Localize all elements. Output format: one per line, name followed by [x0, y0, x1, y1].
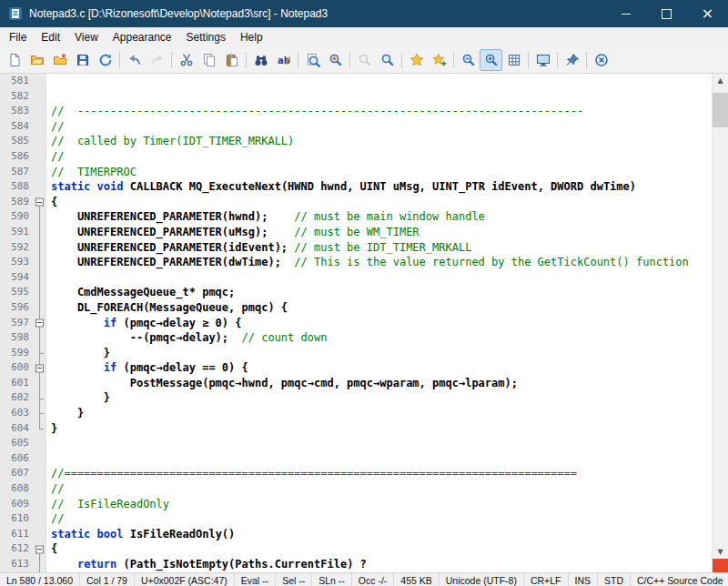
code-text[interactable]: return (Path_IsNotEmpty(Paths.CurrentFil… — [46, 557, 712, 572]
redo-button[interactable] — [146, 49, 168, 71]
fold-collapse-icon[interactable] — [35, 545, 44, 553]
line-number: 610 — [0, 511, 34, 527]
fold-collapse-icon[interactable] — [35, 198, 44, 207]
status-zoom-mode[interactable]: STD — [598, 573, 631, 586]
line-number: 606 — [0, 451, 34, 467]
code-text[interactable]: } — [46, 390, 712, 406]
code-text[interactable]: UNREFERENCED_PARAMETER(dwTime); // This … — [46, 255, 712, 270]
star-icon — [410, 53, 424, 67]
menu-appearance[interactable]: Appearance — [106, 28, 179, 46]
replace-button[interactable] — [272, 49, 295, 71]
find-in-files-button[interactable] — [301, 49, 324, 71]
code-text[interactable]: PostMessage(pmqc→hwnd, pmqc→cmd, pmqc→wp… — [46, 376, 712, 391]
new-file-button[interactable] — [3, 49, 25, 71]
code-text[interactable]: { — [46, 195, 712, 210]
fold-collapse-icon[interactable] — [35, 364, 44, 372]
status-line[interactable]: Ln 580 / 13.060 — [0, 573, 80, 586]
code-text[interactable]: } — [46, 421, 712, 437]
fold-toggle[interactable] — [34, 316, 46, 331]
fullscreen-button[interactable] — [531, 49, 554, 71]
zoom-out-button[interactable] — [457, 49, 480, 71]
status-encoding[interactable]: Unicode (UTF-8) — [440, 573, 524, 586]
menu-help[interactable]: Help — [233, 28, 270, 46]
save-file-button[interactable] — [71, 49, 94, 71]
copy-button[interactable] — [197, 49, 220, 71]
code-text[interactable] — [46, 436, 712, 451]
code-text[interactable]: --(pmqc→delay); // count down — [46, 330, 712, 346]
code-line: 610// — [0, 511, 712, 527]
code-text[interactable]: UNREFERENCED_PARAMETER(hwnd); // must be… — [46, 209, 712, 225]
fold-toggle[interactable] — [34, 195, 46, 210]
code-text[interactable]: // called by Timer(IDT_TIMER_MRKALL) — [46, 134, 712, 149]
status-character[interactable]: U+0x002F (ASC:47) — [135, 573, 235, 586]
code-text[interactable]: DL_FOREACH(MessageQueue, pmqc) { — [46, 300, 712, 316]
code-text[interactable]: // IsFileReadOnly — [46, 497, 712, 512]
code-text[interactable]: static bool IsFileReadOnly() — [46, 527, 712, 542]
status-file-size[interactable]: 455 KB — [394, 573, 439, 586]
scrollbar-track[interactable] — [713, 87, 728, 545]
find-previous-button[interactable] — [353, 49, 376, 71]
code-text[interactable]: } — [46, 406, 712, 421]
fold-toggle[interactable] — [34, 360, 46, 376]
find-next-button[interactable] — [376, 49, 399, 71]
menu-settings[interactable]: Settings — [179, 28, 233, 46]
status-insert-mode[interactable]: INS — [569, 573, 599, 586]
add-favorite-button[interactable] — [428, 49, 450, 71]
exit-button[interactable] — [590, 49, 612, 71]
favorites-button[interactable] — [405, 49, 428, 71]
code-text[interactable]: // -------------------------------------… — [46, 104, 712, 119]
code-text[interactable]: if (pmqc→delay ≥ 0) { — [46, 316, 712, 331]
code-line: 607//===================================… — [0, 466, 712, 481]
code-text[interactable]: if (pmqc→delay == 0) { — [46, 360, 712, 376]
scrollbar-thumb[interactable] — [713, 93, 728, 127]
window-controls: × — [605, 0, 728, 27]
menu-view[interactable]: View — [67, 28, 106, 46]
cut-button[interactable] — [175, 49, 197, 71]
editor-lines[interactable]: 581582583// ----------------------------… — [0, 74, 712, 572]
code-text[interactable]: static void CALLBACK MQ_ExecuteNext(HWND… — [46, 179, 712, 195]
code-text[interactable]: // — [46, 481, 712, 497]
code-text[interactable]: // — [46, 149, 712, 165]
zoom-in-button[interactable] — [480, 49, 502, 71]
fold-collapse-icon[interactable] — [35, 318, 44, 327]
mark-occurrences-button[interactable] — [324, 49, 347, 71]
code-text[interactable]: //======================================… — [46, 466, 712, 481]
open-file-button[interactable] — [25, 49, 48, 71]
minimize-button[interactable] — [605, 0, 646, 27]
vertical-scrollbar[interactable]: ▲ ▼ — [712, 74, 728, 572]
code-text[interactable] — [46, 74, 712, 89]
undo-button[interactable] — [123, 49, 146, 71]
code-text[interactable]: // TIMERPROC — [46, 165, 712, 180]
scheme-config-button[interactable] — [502, 49, 525, 71]
menu-edit[interactable]: Edit — [34, 28, 67, 46]
magnifier-dot-icon — [329, 53, 343, 67]
code-text[interactable]: // — [46, 511, 712, 527]
close-button[interactable]: × — [687, 0, 728, 27]
reload-file-button[interactable] — [94, 49, 116, 71]
scroll-up-arrow-icon[interactable]: ▲ — [713, 74, 728, 87]
always-on-top-button[interactable] — [561, 49, 583, 71]
code-text[interactable] — [46, 270, 712, 286]
menu-file[interactable]: File — [2, 28, 34, 46]
code-text[interactable]: UNREFERENCED_PARAMETER(uMsg); // must be… — [46, 225, 712, 240]
maximize-button[interactable] — [646, 0, 687, 27]
browse-favorites-button[interactable] — [48, 49, 71, 71]
code-text[interactable]: { — [46, 541, 712, 557]
status-eol-mode[interactable]: CR+LF — [524, 573, 569, 586]
status-column[interactable]: Col 1 / 79 — [80, 573, 135, 586]
status-occurrences[interactable]: Occ -/- — [352, 573, 395, 586]
code-text[interactable]: CmdMessageQueue_t* pmqc; — [46, 285, 712, 300]
code-text[interactable]: } — [46, 346, 712, 361]
status-scheme[interactable]: C/C++ Source Code — [631, 573, 728, 586]
status-selection[interactable]: Sel -- — [276, 573, 312, 586]
code-text[interactable] — [46, 89, 712, 105]
code-text[interactable]: // — [46, 119, 712, 135]
fold-toggle[interactable] — [34, 541, 46, 557]
scroll-down-arrow-icon[interactable]: ▼ — [713, 545, 728, 559]
paste-button[interactable] — [220, 49, 243, 71]
status-selected-lines[interactable]: SLn -- — [312, 573, 352, 586]
code-text[interactable] — [46, 451, 712, 467]
find-button[interactable] — [249, 49, 272, 71]
status-eval[interactable]: Eval -- — [235, 573, 276, 586]
code-text[interactable]: UNREFERENCED_PARAMETER(idEvent); // must… — [46, 240, 712, 256]
